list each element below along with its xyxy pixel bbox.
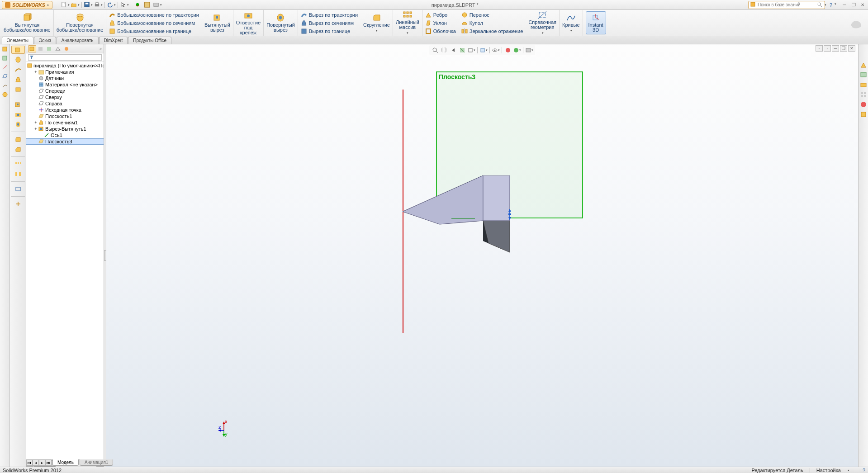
reference-geometry-button[interactable]: Справочная геометрия▾ bbox=[528, 10, 556, 35]
tree-item[interactable]: Ось1 bbox=[26, 132, 104, 138]
draft-button[interactable]: Уклон bbox=[424, 19, 457, 27]
dimxpert-tab[interactable] bbox=[54, 45, 62, 52]
close-button[interactable]: ✕ bbox=[859, 2, 866, 8]
extruded-boss-button[interactable]: Вытянутая бобышка/основание bbox=[4, 13, 51, 33]
select-button[interactable]: ▾ bbox=[120, 1, 129, 9]
extruded-cut-button[interactable]: Вытянутый вырез bbox=[204, 13, 230, 33]
swept-boss-button[interactable]: Бобышка/основание по траектории bbox=[108, 11, 200, 19]
filter-sketch-button[interactable] bbox=[1, 81, 9, 90]
feature-tree-tab[interactable] bbox=[28, 45, 36, 52]
boundary-cut-button[interactable]: Вырез по границе bbox=[300, 27, 359, 35]
graphics-viewport[interactable]: ▾ ▾ ▾ ▾ ▾ ▫ ▫ ─ ❐ ✕ Плоскость3 bbox=[106, 44, 858, 467]
refgeom-tb-button[interactable] bbox=[11, 185, 25, 193]
boundary-boss-button[interactable]: Бобышка/основание на границе bbox=[108, 27, 200, 35]
fillet-button[interactable]: Скругление▾ bbox=[363, 13, 390, 33]
search-icon[interactable] bbox=[817, 2, 822, 8]
tree-item[interactable]: Исходная точка bbox=[26, 107, 104, 113]
cut-extrude-button[interactable] bbox=[11, 100, 25, 109]
appearances-tab[interactable] bbox=[859, 100, 868, 109]
hole-wizard-button[interactable]: Отверстие под крепеж bbox=[236, 11, 261, 35]
tree-item[interactable]: Спереди bbox=[26, 88, 104, 94]
fillet-tb-button[interactable] bbox=[11, 135, 25, 143]
tab-office[interactable]: Продукты Office bbox=[128, 37, 171, 44]
next-tab-button[interactable]: ▸ bbox=[39, 459, 45, 466]
filter-solid-button[interactable] bbox=[1, 45, 9, 53]
first-tab-button[interactable]: ⏮ bbox=[26, 459, 33, 466]
wrap-button[interactable]: Перенос bbox=[460, 11, 524, 19]
tree-item[interactable]: Датчики bbox=[26, 75, 104, 81]
options-button[interactable] bbox=[143, 1, 152, 9]
app-menu[interactable]: SOLIDWORKS ▸ bbox=[2, 1, 52, 9]
revolve-button[interactable] bbox=[11, 56, 25, 64]
tab-dimxpert[interactable]: DimXpert bbox=[99, 37, 128, 44]
open-file-button[interactable]: ▾ bbox=[71, 1, 80, 9]
tab-evaluate[interactable]: Анализировать bbox=[57, 37, 99, 44]
tree-item[interactable]: +Вырез-Вытянуть1 bbox=[26, 126, 104, 132]
design-library-tab[interactable] bbox=[859, 71, 868, 79]
last-tab-button[interactable]: ⏭ bbox=[45, 459, 52, 466]
tree-item[interactable]: +Примечания bbox=[26, 69, 104, 75]
lofted-cut-button[interactable]: Вырез по сечениям bbox=[300, 19, 359, 27]
tree-item[interactable]: Плоскость3 bbox=[26, 138, 104, 145]
status-customize[interactable]: Настройка bbox=[816, 468, 841, 473]
mirror-button[interactable]: Зеркальное отражение bbox=[460, 27, 524, 35]
restore-button[interactable]: ❐ bbox=[850, 2, 857, 8]
lofted-boss-button[interactable]: Бобышка/основание по сечениям bbox=[108, 19, 200, 27]
help-button[interactable]: ?▾ bbox=[830, 2, 836, 8]
chamfer-button[interactable] bbox=[11, 145, 25, 153]
rib-button[interactable]: Ребро bbox=[424, 11, 457, 19]
search-box[interactable]: ▾ bbox=[748, 1, 825, 9]
custom-props-tab[interactable] bbox=[859, 110, 868, 118]
revolved-boss-button[interactable]: Повернутая бобышка/основание bbox=[57, 13, 104, 33]
swept-cut-button[interactable]: Вырез по траектории bbox=[300, 11, 359, 19]
tree-item[interactable]: Плоскость1 bbox=[26, 113, 104, 119]
shell-button[interactable]: Оболочка bbox=[424, 27, 457, 35]
help-icon[interactable]: ? bbox=[863, 468, 865, 473]
cut-revolve-button[interactable] bbox=[11, 120, 25, 128]
tab-features[interactable]: Элементы bbox=[2, 37, 33, 44]
sweep-button[interactable] bbox=[11, 66, 25, 74]
resources-tab[interactable] bbox=[859, 61, 868, 69]
extrude-button[interactable] bbox=[11, 46, 25, 54]
tree-item[interactable]: Материал <не указан> bbox=[26, 81, 104, 88]
instant3d-button[interactable]: Instant 3D bbox=[586, 11, 606, 34]
rebuild-button[interactable] bbox=[133, 1, 142, 9]
new-file-button[interactable]: ▾ bbox=[61, 1, 70, 9]
filter-all-button[interactable] bbox=[1, 90, 9, 99]
curves-button[interactable]: Кривые▾ bbox=[562, 13, 580, 33]
tree-item[interactable]: +По сечениям1 bbox=[26, 119, 104, 126]
view-palette-tab[interactable] bbox=[859, 90, 868, 99]
tree-item[interactable]: Сверху bbox=[26, 94, 104, 100]
expand-tree-button[interactable]: » bbox=[100, 47, 102, 51]
property-manager-tab[interactable] bbox=[37, 45, 45, 52]
filter-axis-button[interactable] bbox=[1, 63, 9, 71]
hole-button[interactable] bbox=[11, 110, 25, 118]
tab-sketch[interactable]: Эскиз bbox=[34, 37, 56, 44]
tree-item[interactable]: Справа bbox=[26, 100, 104, 107]
tree-filter-input[interactable] bbox=[28, 54, 102, 61]
filter-surface-button[interactable] bbox=[1, 54, 9, 62]
boundary-button[interactable] bbox=[11, 85, 25, 94]
model-geometry[interactable] bbox=[403, 175, 520, 261]
filter-plane-button[interactable] bbox=[1, 72, 9, 80]
move-button[interactable] bbox=[11, 200, 25, 208]
tree-root[interactable]: пирамида (По умолчанию<<По умол bbox=[26, 62, 104, 69]
mirror-tb-button[interactable] bbox=[11, 170, 25, 178]
display-tab[interactable] bbox=[62, 45, 71, 52]
model-tab[interactable]: Модель bbox=[52, 459, 79, 466]
file-explorer-tab[interactable] bbox=[859, 80, 868, 89]
print-button[interactable]: ▾ bbox=[94, 1, 103, 9]
undo-button[interactable]: ▾ bbox=[107, 1, 116, 9]
animation-tab[interactable]: Анимация1 bbox=[80, 459, 114, 466]
drag-handle[interactable] bbox=[507, 209, 512, 220]
save-button[interactable]: ▾ bbox=[84, 1, 93, 9]
chevron-down-icon[interactable]: ▾ bbox=[825, 3, 826, 7]
pattern-button[interactable] bbox=[11, 160, 25, 168]
screen-capture-button[interactable]: ▾ bbox=[153, 1, 162, 9]
minimize-button[interactable]: ─ bbox=[841, 2, 848, 8]
revolved-cut-button[interactable]: Повернутый вырез bbox=[266, 13, 295, 33]
prev-tab-button[interactable]: ◂ bbox=[33, 459, 39, 466]
configuration-tab[interactable] bbox=[45, 45, 53, 52]
orientation-triad[interactable]: x y z bbox=[218, 421, 232, 437]
search-input[interactable] bbox=[758, 2, 815, 7]
